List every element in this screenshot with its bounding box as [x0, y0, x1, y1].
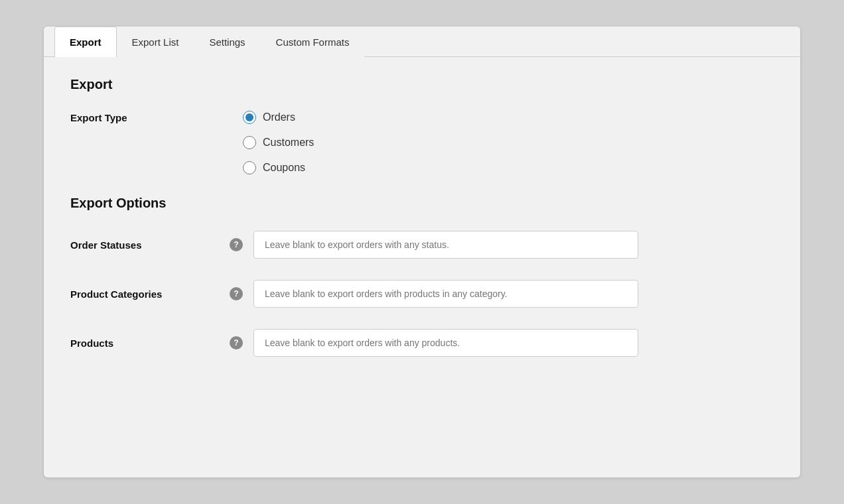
export-type-control: Orders Customers Coupons	[243, 111, 774, 174]
section-title: Export	[70, 77, 774, 92]
tab-content: Export Export Type Orders Customers C	[44, 57, 800, 398]
order-statuses-row: Order Statuses ?	[70, 231, 774, 259]
tab-bar: Export Export List Settings Custom Forma…	[44, 27, 800, 57]
tab-export-list[interactable]: Export List	[117, 27, 194, 57]
export-options-title: Export Options	[70, 196, 774, 211]
order-statuses-help-icon[interactable]: ?	[230, 238, 243, 251]
radio-coupons-input[interactable]	[243, 161, 256, 174]
tab-export[interactable]: Export	[54, 27, 117, 57]
tab-settings[interactable]: Settings	[194, 27, 260, 57]
export-options-separator: Export Options	[70, 196, 774, 211]
product-categories-row: Product Categories ?	[70, 280, 774, 308]
tab-custom-formats[interactable]: Custom Formats	[261, 27, 365, 57]
export-type-row: Export Type Orders Customers Coupons	[70, 111, 774, 174]
radio-orders-input[interactable]	[243, 111, 256, 124]
product-categories-help-icon[interactable]: ?	[230, 287, 243, 300]
radio-orders-label[interactable]: Orders	[263, 111, 295, 123]
radio-item-coupons[interactable]: Coupons	[243, 161, 774, 174]
products-input[interactable]	[253, 329, 638, 357]
radio-customers-label[interactable]: Customers	[263, 137, 314, 149]
export-type-label: Export Type	[70, 111, 243, 123]
radio-coupons-label[interactable]: Coupons	[263, 162, 305, 174]
product-categories-input[interactable]	[253, 280, 638, 308]
radio-item-customers[interactable]: Customers	[243, 136, 774, 149]
product-categories-label: Product Categories	[70, 288, 230, 300]
main-panel: Export Export List Settings Custom Forma…	[44, 27, 800, 477]
radio-group: Orders Customers Coupons	[243, 111, 774, 174]
products-label: Products	[70, 338, 230, 349]
products-row: Products ?	[70, 329, 774, 357]
order-statuses-input[interactable]	[253, 231, 638, 259]
order-statuses-label: Order Statuses	[70, 239, 230, 251]
radio-item-orders[interactable]: Orders	[243, 111, 774, 124]
products-help-icon[interactable]: ?	[230, 336, 243, 349]
radio-customers-input[interactable]	[243, 136, 256, 149]
